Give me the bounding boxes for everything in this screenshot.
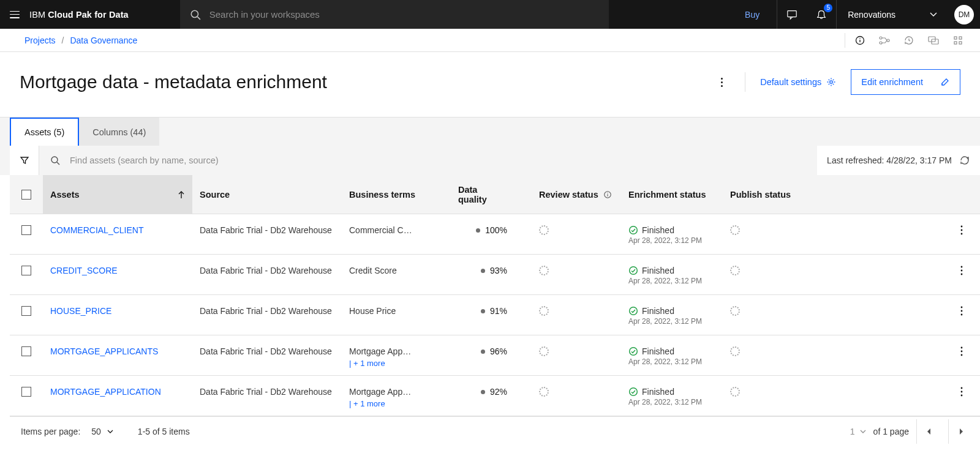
table-row: COMMERCIAL_CLIENT Data Fabric Trial - Db… [10, 214, 980, 255]
find-input[interactable] [69, 155, 817, 166]
svg-point-0 [191, 10, 198, 17]
asset-link[interactable]: COMMERCIAL_CLIENT [50, 225, 143, 235]
col-publish-status[interactable]: Publish status [723, 190, 888, 200]
col-assets[interactable]: Assets [43, 175, 192, 214]
chevron-down-icon [860, 430, 866, 433]
col-enrichment-status[interactable]: Enrichment status [621, 190, 723, 200]
page-number-select[interactable]: 1 [850, 427, 866, 436]
prev-page-button[interactable] [916, 419, 941, 444]
global-search[interactable] [180, 0, 609, 29]
status-text: Finished [642, 306, 674, 316]
avatar[interactable]: DM [954, 5, 974, 24]
history-button[interactable] [897, 29, 921, 52]
row-checkbox[interactable] [21, 387, 31, 397]
gear-icon [826, 77, 836, 87]
spinner-icon [539, 346, 549, 356]
kebab-icon [960, 346, 963, 356]
status-time: Apr 28, 2022, 3:12 PM [628, 317, 702, 326]
flow-button[interactable] [872, 29, 897, 52]
grid-button[interactable] [946, 29, 970, 52]
org-switcher[interactable]: Renovations [836, 0, 948, 29]
items-per-page-select[interactable]: 50 [91, 427, 113, 436]
product-brand: IBM Cloud Pak for Data [29, 10, 143, 20]
terms-more-link[interactable]: | + 1 more [349, 359, 411, 368]
last-refreshed-label: Last refreshed: 4/28/22, 3:17 PM [827, 155, 952, 165]
breadcrumb-bar: Projects / Data Governance [0, 29, 980, 52]
row-overflow-menu[interactable] [960, 346, 963, 356]
filter-icon [20, 155, 29, 165]
publish-cell [723, 306, 888, 316]
chevron-down-icon [107, 430, 113, 433]
col-review-status[interactable]: Review status [532, 190, 621, 200]
terms-more-link[interactable]: | + 1 more [349, 399, 411, 408]
svg-point-41 [961, 391, 963, 393]
row-checkbox[interactable] [21, 225, 31, 235]
filter-button[interactable] [10, 146, 39, 175]
col-data-quality[interactable]: Data quality [451, 185, 532, 204]
terms-text: House Price [349, 306, 396, 316]
review-cell [532, 306, 621, 316]
svg-point-32 [961, 307, 963, 308]
comments-button[interactable] [921, 29, 946, 52]
row-checkbox[interactable] [21, 266, 31, 275]
row-checkbox[interactable] [21, 306, 31, 316]
spinner-icon [539, 266, 549, 275]
info-icon [603, 190, 612, 199]
find-assets[interactable] [39, 155, 817, 166]
buy-link[interactable]: Buy [728, 0, 777, 29]
svg-point-8 [887, 39, 889, 42]
tab-columns[interactable]: Columns (44) [79, 118, 159, 146]
default-settings-link[interactable]: Default settings [760, 77, 836, 87]
table-row: MORTGAGE_APPLICANTS Data Fabric Trial - … [10, 335, 980, 376]
menu-button[interactable] [0, 0, 29, 29]
row-overflow-menu[interactable] [960, 225, 963, 235]
asset-link[interactable]: MORTGAGE_APPLICANTS [50, 346, 158, 356]
edit-enrichment-button[interactable]: Edit enrichment [851, 69, 960, 95]
enrichment-cell: Finished Apr 28, 2022, 3:12 PM [621, 387, 723, 406]
asset-link[interactable]: CREDIT_SCORE [50, 266, 118, 275]
terms-text: Mortgage App… [349, 387, 411, 397]
review-cell [532, 266, 621, 275]
help-button[interactable] [777, 0, 807, 29]
col-source[interactable]: Source [192, 190, 342, 200]
dq-cell: 91% [451, 306, 532, 316]
row-overflow-menu[interactable] [960, 306, 963, 316]
breadcrumb-projects[interactable]: Projects [24, 36, 56, 45]
dq-cell: 92% [451, 387, 532, 397]
publish-cell [723, 225, 888, 235]
org-name: Renovations [848, 10, 895, 20]
breadcrumb-data-governance[interactable]: Data Governance [70, 36, 137, 45]
row-overflow-menu[interactable] [960, 266, 963, 275]
row-overflow-menu[interactable] [960, 387, 963, 397]
dq-value: 92% [490, 387, 507, 397]
terms-text: Mortgage App… [349, 346, 411, 356]
col-select-all[interactable] [10, 190, 43, 200]
kebab-icon [960, 266, 963, 275]
svg-point-17 [51, 157, 58, 163]
info-button[interactable] [848, 29, 872, 52]
svg-point-36 [961, 347, 963, 349]
caret-left-icon [927, 428, 932, 435]
table-row: MORTGAGE_APPLICATION Data Fabric Trial -… [10, 376, 980, 416]
refresh-icon [959, 155, 970, 166]
row-checkbox[interactable] [21, 346, 31, 356]
dq-value: 100% [485, 225, 507, 235]
col-business-terms[interactable]: Business terms [342, 190, 451, 200]
svg-rect-11 [954, 37, 957, 39]
next-page-button[interactable] [948, 419, 973, 444]
page-overflow-menu[interactable] [718, 78, 725, 87]
notifications-button[interactable]: 5 [807, 0, 836, 29]
refresh-button[interactable] [959, 155, 970, 166]
items-range: 1-5 of 5 items [138, 427, 190, 436]
source-cell: Data Fabric Trial - Db2 Warehouse [192, 387, 342, 397]
breadcrumb: Projects / Data Governance [24, 36, 137, 45]
search-input[interactable] [208, 9, 599, 20]
asset-link[interactable]: HOUSE_PRICE [50, 306, 111, 316]
asset-link[interactable]: MORTGAGE_APPLICATION [50, 387, 161, 397]
review-cell [532, 346, 621, 356]
table-row: CREDIT_SCORE Data Fabric Trial - Db2 War… [10, 255, 980, 295]
quality-dot-icon [481, 390, 485, 394]
search-icon [190, 9, 201, 20]
tab-assets[interactable]: Assets (5) [10, 118, 79, 146]
default-settings-label: Default settings [760, 77, 821, 87]
